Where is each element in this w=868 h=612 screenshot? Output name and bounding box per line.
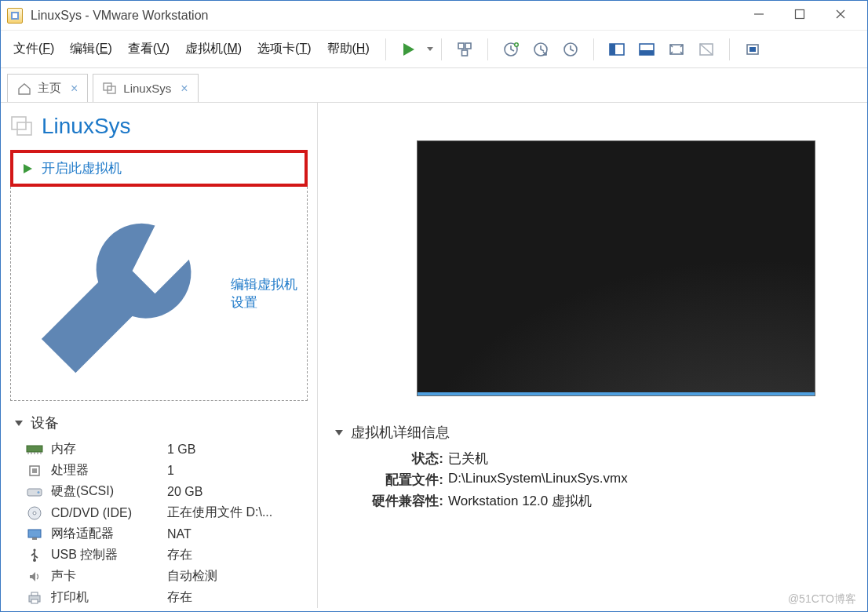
power-on-vm-link[interactable]: 开启此虚拟机 [13,153,305,184]
content-area: LinuxSys 开启此虚拟机 编辑虚拟机设置 设备 内存1 GB处理器1硬盘(… [1,103,867,608]
device-value: 存在 [167,589,192,606]
toolbar-snapshot-manager-icon[interactable] [559,38,582,61]
svg-point-37 [38,491,40,494]
device-value: 存在 [167,547,192,563]
device-label: 声卡 [51,568,167,585]
home-icon [17,82,31,95]
toolbar-send-icon[interactable] [453,38,476,61]
svg-point-39 [33,512,36,515]
toolbar-thumbnail-side-icon[interactable] [605,38,629,61]
vm-details-section: 虚拟机详细信息 状态:已关机配置文件:D:\LinuxSystem\LinuxS… [332,423,853,512]
maximize-button[interactable] [779,1,820,27]
tab-home[interactable]: 主页 × [7,74,88,102]
svg-marker-27 [24,164,32,173]
close-button[interactable] [820,1,861,27]
window-title: LinuxSys - VMware Workstation [31,9,208,23]
device-value: 1 GB [167,443,195,457]
device-row[interactable]: 内存1 GB [15,439,303,460]
wrench-icon [19,191,223,395]
caret-down-icon [15,421,23,426]
svg-rect-28 [27,446,42,452]
menu-view[interactable]: 查看(V) [120,38,177,60]
device-value: 自动检测 [167,568,217,585]
menubar: 文件(F) 编辑(E) 查看(V) 虚拟机(M) 选项卡(T) 帮助(H) [1,31,867,68]
svg-rect-1 [796,10,804,19]
device-label: 打印机 [51,589,167,606]
toolbar-play-dropdown[interactable] [427,47,433,51]
device-label: 处理器 [51,462,167,479]
watermark: @51CTO博客 [788,592,856,607]
detail-row: 硬件兼容性:Workstation 12.0 虚拟机 [360,490,853,512]
toolbar-thumbnail-bottom-icon[interactable] [635,38,658,61]
tab-linuxsys[interactable]: LinuxSys × [93,74,198,102]
window-controls [739,1,861,30]
toolbar-fullscreen-icon[interactable] [741,38,764,61]
svg-rect-26 [17,122,31,135]
tab-home-close[interactable]: × [71,82,78,96]
svg-rect-7 [461,50,467,56]
device-label: 硬盘(SCSI) [51,483,167,500]
devices-header[interactable]: 设备 [15,413,303,432]
svg-rect-15 [610,44,615,55]
caret-down-icon [335,430,343,435]
menu-tabs[interactable]: 选项卡(T) [250,38,319,60]
usb-icon [26,548,43,563]
toolbar-play-button[interactable] [397,38,421,61]
device-value: 正在使用文件 D:\... [167,505,272,521]
edit-vm-settings-link[interactable]: 编辑虚拟机设置 [10,187,308,401]
cpu-icon [26,464,43,478]
detail-row: 状态:已关机 [360,448,853,469]
device-value: 20 GB [167,485,202,499]
detail-row: 配置文件:D:\LinuxSystem\LinuxSys.vmx [360,469,853,490]
devices-title: 设备 [31,413,59,432]
svg-rect-22 [749,47,756,52]
device-row[interactable]: 显示器自动检测 [15,608,303,612]
tab-linuxsys-close[interactable]: × [181,82,188,96]
toolbar-fit-icon[interactable] [665,38,688,61]
menu-help[interactable]: 帮助(H) [319,38,377,60]
device-row[interactable]: CD/DVD (IDE)正在使用文件 D:\... [15,502,303,523]
left-pane: LinuxSys 开启此虚拟机 编辑虚拟机设置 设备 内存1 GB处理器1硬盘(… [1,103,318,608]
device-row[interactable]: USB 控制器存在 [15,545,303,566]
vm-stack-icon [10,115,34,137]
vm-preview[interactable] [417,140,815,396]
device-label: 网络适配器 [51,526,167,542]
svg-rect-5 [458,43,464,49]
printer-icon [26,591,43,605]
right-pane: 虚拟机详细信息 状态:已关机配置文件:D:\LinuxSystem\LinuxS… [318,103,867,608]
svg-rect-46 [31,599,38,603]
detail-label: 状态: [360,450,443,468]
device-row[interactable]: 硬盘(SCSI)20 GB [15,481,303,502]
vm-name: LinuxSys [42,114,131,139]
device-row[interactable]: 打印机存在 [15,587,303,608]
svg-line-20 [700,44,713,55]
tab-home-label: 主页 [38,81,61,96]
sound-icon [26,570,43,584]
minimize-button[interactable] [739,1,779,27]
device-label: CD/DVD (IDE) [51,506,167,520]
toolbar-snapshot-icon[interactable] [499,38,523,61]
device-row[interactable]: 声卡自动检测 [15,566,303,587]
svg-rect-17 [640,50,654,55]
power-on-label: 开启此虚拟机 [42,159,122,177]
disk-icon [26,485,43,499]
toolbar-revert-icon[interactable] [529,38,553,61]
app-icon [7,8,23,24]
devices-section: 设备 内存1 GB处理器1硬盘(SCSI)20 GBCD/DVD (IDE)正在… [1,404,317,612]
svg-point-42 [33,548,35,551]
svg-rect-25 [12,117,26,129]
device-row[interactable]: 处理器1 [15,460,303,481]
device-row[interactable]: 网络适配器NAT [15,523,303,545]
play-icon [21,162,34,175]
menu-vm[interactable]: 虚拟机(M) [177,38,250,60]
vm-icon [103,82,117,95]
menu-file[interactable]: 文件(F) [5,38,62,60]
device-label: USB 控制器 [51,547,167,563]
edit-settings-label: 编辑虚拟机设置 [231,275,299,311]
menu-edit[interactable]: 编辑(E) [62,38,119,60]
vm-details-header[interactable]: 虚拟机详细信息 [335,423,853,442]
tab-linuxsys-label: LinuxSys [123,82,171,95]
toolbar-unity-icon[interactable] [695,38,718,61]
cd-icon [26,506,43,520]
window-titlebar: LinuxSys - VMware Workstation [1,1,867,31]
